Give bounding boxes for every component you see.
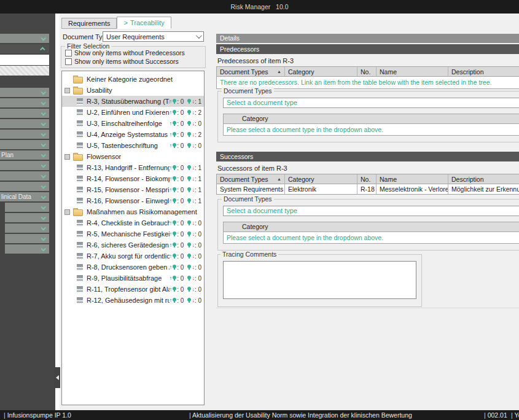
tab-label: Traceability [130, 19, 165, 26]
tree-collapse-toggle[interactable] [64, 88, 70, 93]
tree-label: Keiner Kategorie zugeordnet [87, 76, 173, 83]
column-header[interactable]: Description [448, 174, 519, 184]
tree-label: R-15, Flowsensor - Messprinzip [87, 186, 170, 193]
column-header[interactable]: Name [377, 174, 448, 184]
predecessor-pin-icon [173, 265, 176, 268]
tree-collapse-toggle[interactable] [64, 154, 70, 160]
table-row[interactable]: System RequirementsElektronikR-18Messele… [217, 184, 519, 194]
tree-item[interactable]: R-15, Flowsensor - Messprinzip↑: 0↓: 1 [62, 184, 204, 195]
column-header[interactable]: Category [285, 174, 357, 184]
tree-folder[interactable]: Usability [62, 85, 204, 96]
filter-without-successors[interactable]: Show only items without Successors [65, 58, 179, 65]
sidebar-section-bar[interactable] [0, 88, 49, 97]
column-header[interactable]: No. [357, 67, 377, 77]
tree-item[interactable]: R-4, Checkliste in Gebrauchsanweisung↑: … [62, 217, 204, 228]
predecessor-document-type-select[interactable]: Select a document type [223, 98, 519, 108]
tab-traceability[interactable]: Traceability [117, 17, 171, 29]
details-header[interactable]: Details [216, 34, 519, 43]
column-header[interactable]: Name [377, 67, 448, 77]
tree-item[interactable]: R-6, sicheres Gerätedesign↑: 0↓: 0 [62, 239, 204, 251]
tree-item[interactable]: U-5, Tastenbeschriftung↑: 0↓: 0 [62, 140, 204, 151]
tree-item[interactable]: R-11, Tropfensensor gibt Alarm, wenn k↑:… [62, 284, 204, 295]
trace-count-badge: ↑: 0↓: 0 [170, 253, 201, 260]
tree-item[interactable]: U-4, Anzeige Systemstatus↑: 0↓: 2 [62, 129, 204, 140]
tree-item[interactable]: U-3, Einschaltreihenfolge↑: 0↓: 0 [62, 118, 204, 129]
chevron-down-icon [41, 184, 45, 189]
sidebar-section-bar[interactable] [0, 34, 49, 43]
tree-label: Flowsensor [87, 153, 121, 160]
trace-count-badge: ↑: 0↓: 0 [170, 142, 201, 149]
requirement-item-icon [77, 198, 83, 204]
tree-label: U-2, Einführen und Fixieren mit geringe [87, 109, 170, 116]
successor-pin-icon [187, 121, 191, 125]
predecessor-pin-icon [173, 254, 176, 257]
table-header-row: Document Types▲CategoryNo.NameDescriptio… [217, 174, 519, 184]
successors-header[interactable]: Successors [216, 152, 519, 161]
tree-item[interactable]: R-8, Drucksensoren geben Alarm, wenn↑: 0… [62, 262, 204, 273]
tree-item[interactable]: R-7, Akku sorgt für ordentliches Funktic… [62, 251, 204, 262]
tree-item[interactable]: R-9, Plausibilitätsabfrage↑: 0↓: 0 [62, 273, 204, 284]
table-cell: Möglichkeit zur Erkennung von ve [448, 184, 519, 194]
checkbox-unchecked-icon[interactable] [65, 50, 72, 56]
tree-collapse-toggle[interactable] [64, 209, 70, 215]
sidebar-section-bar[interactable] [0, 161, 49, 170]
sort-ascending-icon: ▲ [277, 67, 281, 77]
category-column-header[interactable]: Category [224, 222, 519, 232]
sidebar-section-bar[interactable] [0, 182, 49, 191]
column-header[interactable]: Document Types▲ [217, 174, 285, 184]
tree-item[interactable]: R-12, Gehäusedesign mit runden Kante↑: 0… [62, 295, 204, 306]
sidebar-section-bar[interactable] [0, 119, 49, 128]
folder-icon [73, 77, 83, 84]
sidebar-section-bar[interactable] [0, 130, 49, 139]
sidebar-section-bar[interactable]: linical Data [0, 192, 49, 201]
tree-item[interactable]: R-13, Handgriff - Entfernung des Flows↑:… [62, 162, 204, 173]
predecessors-header[interactable]: Predecessors [216, 44, 519, 54]
successor-pin-icon [187, 198, 191, 202]
column-header[interactable]: Category [285, 67, 357, 77]
sidebar-section-bar[interactable] [0, 109, 49, 118]
column-header[interactable]: No. [357, 174, 377, 184]
tree-folder[interactable]: Maßnahmen aus Risikomanagement [62, 206, 204, 217]
column-header[interactable]: Description [448, 67, 519, 77]
sidebar-section-bar[interactable] [5, 203, 49, 212]
column-header[interactable]: Document Types▲ [217, 67, 285, 77]
sidebar-section-bar[interactable] [5, 234, 49, 243]
sidebar-collapse-handle[interactable] [54, 367, 60, 388]
chevron-down-icon [41, 111, 45, 115]
tree-item[interactable]: R-14, Flowsensor - Biokompatibilität↑: 0… [62, 173, 204, 184]
sidebar-section-bar[interactable] [0, 98, 49, 107]
active-tab-marker-icon [123, 19, 130, 26]
tree-item[interactable]: R-3, Statusüberwachung (Tropfensenso↑: 0… [62, 96, 204, 107]
filter-selection-group: Filter Selection Show only items without… [61, 46, 206, 68]
chevron-up-icon [40, 47, 45, 52]
successor-pin-icon [187, 254, 191, 257]
sidebar-section-bar[interactable] [5, 224, 49, 233]
category-column-header[interactable]: Category [224, 114, 519, 124]
tracing-comments-input[interactable] [223, 261, 416, 299]
tree-label: R-6, sicheres Gerätedesign [87, 241, 169, 249]
document-types-select[interactable]: User Requirements [103, 31, 204, 42]
checkbox-unchecked-icon[interactable] [65, 58, 72, 65]
sidebar-section-bar[interactable] [0, 44, 49, 53]
tab-requirements[interactable]: Requirements [61, 18, 117, 29]
predecessor-count: : 0 [177, 165, 184, 171]
predecessor-count: : 0 [177, 109, 184, 116]
successor-document-type-select[interactable]: Select a document type [223, 206, 519, 216]
successor-pin-icon [187, 110, 191, 114]
tree-item[interactable]: R-5, Mechanische Festigkeit wird nach (↑… [62, 228, 204, 239]
arrow-up-icon: ↑ [170, 286, 173, 292]
successor-count: : 2 [195, 109, 201, 116]
tree-folder[interactable]: Flowsensor [62, 151, 204, 162]
tree-item[interactable]: U-2, Einführen und Fixieren mit geringe↑… [62, 107, 204, 118]
trace-count-badge: ↑: 0↓: 1 [170, 187, 201, 193]
sidebar-section-bar[interactable] [5, 244, 49, 254]
sidebar-section-bar[interactable] [5, 213, 49, 222]
sidebar-section-bar[interactable] [0, 140, 49, 149]
filter-without-predecessors[interactable]: Show only items without Predecessors [65, 49, 185, 56]
category-hint-message: Please select a document type in the dro… [224, 232, 519, 243]
tree-folder[interactable]: Keiner Kategorie zugeordnet [62, 74, 204, 85]
sidebar-section-bar[interactable] [0, 171, 49, 181]
tree-item[interactable]: R-16, Flowsensor - Einweglösung↑: 0↓: 1 [62, 195, 204, 206]
successor-pin-icon [187, 231, 191, 235]
sidebar-section-bar[interactable]: Plan [0, 150, 49, 160]
